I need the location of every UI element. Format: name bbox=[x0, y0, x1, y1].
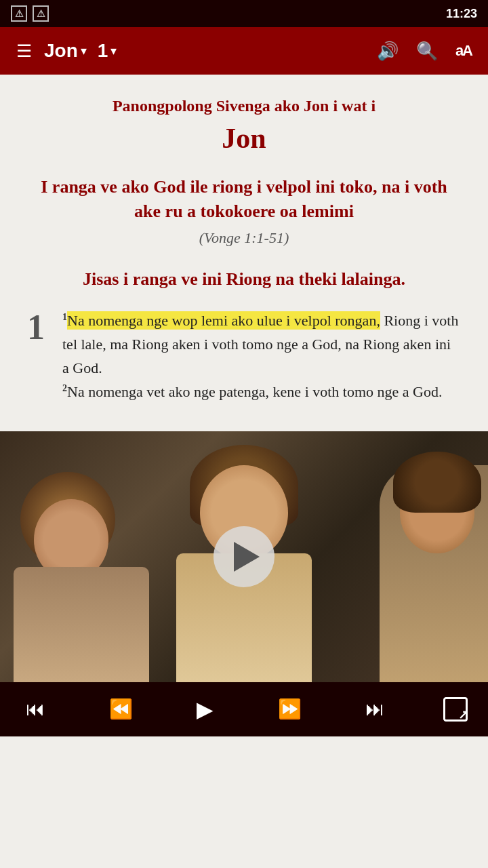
warning-icon-2: ⚠ bbox=[33, 5, 49, 22]
warning-icon-1: ⚠ bbox=[11, 5, 27, 22]
book-selector[interactable]: Jon ▾ bbox=[44, 40, 87, 62]
font-size-icon[interactable]: aA bbox=[450, 37, 477, 65]
share-button[interactable]: ↗ bbox=[443, 697, 468, 722]
section-ref: (Vonge 1:1-51) bbox=[27, 229, 461, 247]
book-subtitle: Panongpolong Sivenga ako Jon i wat i bbox=[27, 95, 461, 118]
figure-right-hair bbox=[393, 452, 481, 513]
verse-sup-2: 2 bbox=[62, 383, 67, 393]
book-dropdown-arrow: ▾ bbox=[81, 43, 87, 58]
section-heading: I ranga ve ako God ile riong i velpol in… bbox=[27, 175, 461, 224]
book-label: Jon bbox=[44, 40, 78, 62]
status-bar: ⚠ ⚠ 11:23 bbox=[0, 0, 488, 27]
verse-highlighted-text: Na nomenga nge wop lemi ako ulue i velpo… bbox=[67, 311, 380, 330]
nav-bar: ☰ Jon ▾ 1 ▾ 🔊 🔍 aA bbox=[0, 27, 488, 75]
chapter-selector[interactable]: 1 ▾ bbox=[98, 40, 117, 62]
skip-forward-button[interactable]: ⏭ bbox=[360, 692, 390, 726]
figure-right-area bbox=[352, 431, 488, 682]
audio-icon[interactable]: 🔊 bbox=[371, 35, 404, 67]
status-time: 11:23 bbox=[446, 7, 477, 21]
chapter-label: 1 bbox=[98, 40, 108, 62]
figure-left-body bbox=[14, 567, 149, 682]
figure-left-area bbox=[0, 431, 169, 682]
verse-text-2: Na nomenga vet ako nge patenga, kene i v… bbox=[67, 383, 443, 400]
skip-back-button[interactable]: ⏮ bbox=[20, 692, 50, 726]
bottom-bar: ⏮ ⏪ ▶ ⏩ ⏭ ↗ bbox=[0, 682, 488, 736]
search-icon[interactable]: 🔍 bbox=[411, 35, 443, 67]
verse-block-1: 1 1Na nomenga nge wop lemi ako ulue i ve… bbox=[27, 309, 461, 404]
menu-icon[interactable]: ☰ bbox=[11, 35, 37, 67]
content-area: Panongpolong Sivenga ako Jon i wat i Jon… bbox=[0, 75, 488, 431]
verse-sup-1: 1 bbox=[62, 311, 67, 321]
subsection-heading: Jisas i ranga ve ini Riong na theki lala… bbox=[27, 267, 461, 292]
play-triangle-icon bbox=[234, 542, 260, 572]
status-icons: ⚠ ⚠ bbox=[11, 5, 49, 22]
verse-text-1: 1Na nomenga nge wop lemi ako ulue i velp… bbox=[62, 309, 461, 404]
play-pause-button[interactable]: ▶ bbox=[191, 691, 219, 728]
verse-chapter-number: 1 bbox=[27, 310, 52, 404]
fast-forward-button[interactable]: ⏩ bbox=[272, 692, 307, 726]
share-arrow-icon: ↗ bbox=[458, 707, 468, 722]
video-container[interactable] bbox=[0, 431, 488, 682]
play-button[interactable] bbox=[214, 526, 274, 587]
chapter-dropdown-arrow: ▾ bbox=[110, 43, 117, 58]
rewind-button[interactable]: ⏪ bbox=[104, 692, 138, 726]
book-title: Jon bbox=[27, 122, 461, 155]
